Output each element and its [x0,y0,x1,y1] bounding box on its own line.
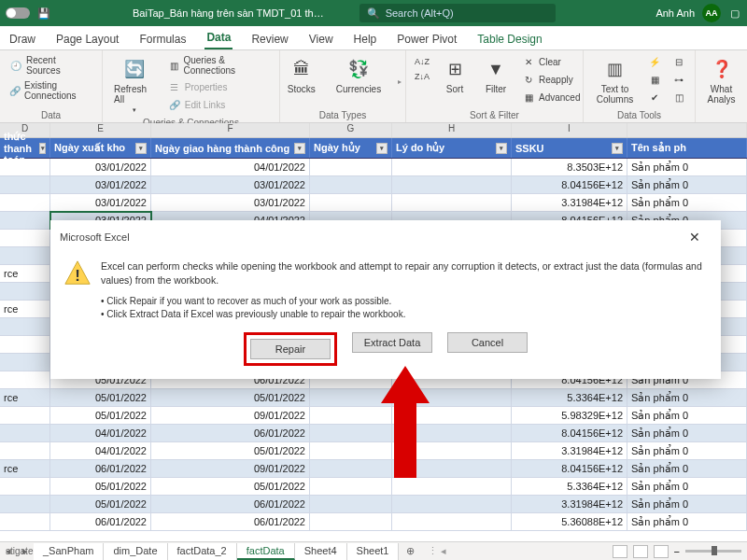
cell[interactable]: 05/01/2022 [151,389,310,407]
cell[interactable] [310,460,392,478]
avatar[interactable]: AA [702,4,721,22]
sheet-tab[interactable]: factData [237,543,295,560]
cell[interactable]: rce [0,265,50,283]
clear-button[interactable]: ✕Clear [520,54,582,69]
cell[interactable]: 06/01/2022 [151,425,310,442]
cell[interactable]: 05/01/2022 [50,407,151,425]
cell[interactable] [392,442,512,460]
data-model-button[interactable]: ◫ [670,90,687,105]
cell[interactable] [0,407,50,425]
table-row[interactable]: 05/01/202206/01/20223.31984E+12Sản phẩm … [0,496,747,513]
header-cell[interactable]: thức thanh toán▾ [0,138,50,158]
cell[interactable]: Sản phẩm 0 [627,407,747,425]
cell[interactable]: 05/01/2022 [50,496,151,513]
filter-dropdown-icon[interactable]: ▾ [294,143,305,154]
table-row[interactable]: 04/01/202205/01/20223.31984E+12Sản phẩm … [0,442,747,460]
col-I[interactable]: I [512,123,627,137]
cell[interactable]: 5.3364E+12 [512,389,627,407]
sheet-tab[interactable]: Sheet1 [347,543,400,560]
cell[interactable] [392,425,512,442]
account-name[interactable]: Anh Anh [655,7,695,19]
header-cell[interactable]: Tên sản ph [627,138,747,158]
cell[interactable] [392,176,512,194]
cell[interactable]: Sản phẩm 0 [627,194,747,212]
cell[interactable] [0,283,50,301]
cell[interactable]: 03/01/2022 [151,176,310,194]
ribbon-tab-draw[interactable]: Draw [7,29,37,49]
cancel-button[interactable]: Cancel [447,332,528,353]
cell[interactable] [392,407,512,425]
cell[interactable] [310,389,392,407]
cell[interactable] [392,460,512,478]
relationships-button[interactable]: ⊶ [670,72,687,87]
cell[interactable]: 03/01/2022 [50,194,151,212]
cell[interactable]: 04/01/2022 [50,442,151,460]
filter-dropdown-icon[interactable]: ▾ [39,143,46,154]
cell[interactable]: 06/01/2022 [50,513,151,531]
cell[interactable] [0,442,50,460]
cell[interactable]: Sản phẩm 0 [627,159,747,176]
filter-dropdown-icon[interactable]: ▾ [135,143,147,154]
header-cell[interactable]: Ngày giao hàng thành công▾ [151,138,310,158]
table-row[interactable]: 04/01/202206/01/20228.04156E+12Sản phẩm … [0,425,747,442]
col-H[interactable]: H [392,123,512,137]
header-cell[interactable]: SSKU▾ [512,138,627,158]
cell[interactable] [392,513,512,531]
header-cell[interactable]: Lý do hủy▾ [392,138,512,158]
recent-sources-button[interactable]: 🕘Recent Sources [7,54,94,77]
chevron-right-icon[interactable]: ▸ [398,77,402,86]
cell[interactable]: 8.3503E+12 [512,159,627,176]
cell[interactable]: 05/01/2022 [50,389,151,407]
cell[interactable] [0,176,50,194]
cell[interactable]: 06/01/2022 [151,513,310,531]
table-row[interactable]: 05/01/202205/01/20225.3364E+12Sản phẩm 0 [0,478,747,496]
zoom-out-button[interactable]: − [674,546,680,557]
cell[interactable]: 8.04156E+12 [512,176,627,194]
table-row[interactable]: 06/01/202206/01/20225.36088E+12Sản phẩm … [0,513,747,531]
col-E[interactable]: E [50,123,151,137]
ribbon-tab-page-layout[interactable]: Page Layout [54,29,120,49]
filter-dropdown-icon[interactable]: ▾ [496,143,507,154]
ribbon-tab-formulas[interactable]: Formulas [137,29,188,49]
sort-az-button[interactable]: A↓Z [414,54,430,69]
remove-duplicates-button[interactable]: ▦ [646,72,663,87]
cell[interactable]: 05/01/2022 [50,478,151,496]
sort-za-button[interactable]: Z↓A [414,69,430,84]
cell[interactable] [0,318,50,336]
cell[interactable] [0,336,50,354]
cell[interactable] [310,194,392,212]
flash-fill-button[interactable]: ⚡ [646,54,663,69]
sort-button[interactable]: ⊞Sort [438,54,472,96]
ribbon-tab-help[interactable]: Help [352,29,379,49]
cell[interactable] [0,230,50,247]
zoom-slider[interactable] [685,550,741,553]
filter-dropdown-icon[interactable]: ▾ [612,143,623,154]
cell[interactable] [310,496,392,513]
cell[interactable] [310,478,392,496]
cell[interactable] [392,478,512,496]
stocks-button[interactable]: 🏛Stocks [284,54,319,96]
cell[interactable]: 09/01/2022 [151,407,310,425]
queries-connections-button[interactable]: ▥Queries & Connections [166,54,272,77]
cell[interactable]: 3.31984E+12 [512,496,627,513]
cell[interactable]: Sản phẩm 0 [627,513,747,531]
cell[interactable] [392,159,512,176]
filter-button[interactable]: ▼Filter [479,54,513,96]
cell[interactable] [0,478,50,496]
cell[interactable] [0,159,50,176]
cell[interactable]: 03/01/2022 [50,176,151,194]
col-G[interactable]: G [310,123,392,137]
header-cell[interactable]: Ngày xuất kho▾ [50,138,151,158]
currencies-button[interactable]: 💱Currencies [332,54,385,96]
repair-button[interactable]: Repair [250,339,331,359]
cell[interactable]: 5.36088E+12 [512,513,627,531]
ribbon-tab-data[interactable]: Data [204,27,233,49]
cell[interactable]: 03/01/2022 [151,194,310,212]
add-sheet-button[interactable]: ⊕ [399,545,422,557]
cell[interactable] [310,425,392,442]
cell[interactable] [0,371,50,389]
advanced-button[interactable]: ▦Advanced [520,90,582,105]
view-normal-button[interactable] [613,545,627,558]
sheet-tab[interactable]: Sheet4 [295,543,347,560]
cell[interactable]: Sản phẩm 0 [627,425,747,442]
